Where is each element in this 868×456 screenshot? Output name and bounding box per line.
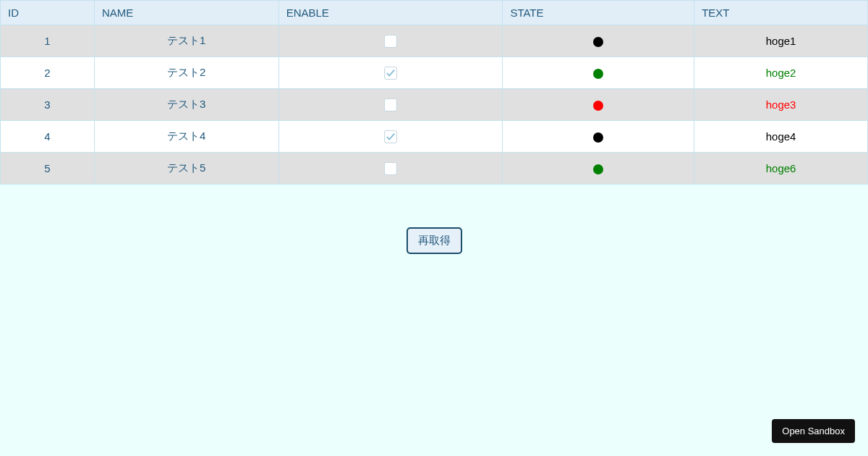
table-row: 5 テスト5 hoge6 (1, 153, 868, 185)
header-state[interactable]: STATE (503, 1, 694, 25)
button-container: 再取得 (0, 228, 868, 253)
table-body: 1 テスト1 hoge1 2 テスト2 hoge2 (1, 25, 868, 185)
state-dot-black-icon (593, 132, 603, 143)
cell-id[interactable]: 4 (1, 121, 95, 153)
cell-name[interactable]: テスト3 (94, 89, 278, 121)
header-text[interactable]: TEXT (694, 1, 868, 25)
cell-enable (278, 89, 503, 121)
checkbox-checked-icon[interactable] (384, 130, 397, 143)
data-table: ID NAME ENABLE STATE TEXT 1 テスト1 hoge1 2… (0, 0, 868, 185)
cell-state (503, 121, 694, 153)
table-row: 2 テスト2 hoge2 (1, 57, 868, 89)
cell-name[interactable]: テスト2 (94, 57, 278, 89)
check-icon (386, 132, 396, 142)
checkbox-unchecked-icon[interactable] (384, 162, 397, 175)
state-dot-red-icon (593, 101, 603, 111)
checkbox-checked-icon[interactable] (384, 67, 397, 80)
state-dot-green-icon (593, 69, 603, 79)
table-row: 3 テスト3 hoge3 (1, 89, 868, 121)
open-sandbox-button[interactable]: Open Sandbox (772, 419, 855, 443)
check-icon (386, 68, 396, 78)
cell-id[interactable]: 3 (1, 89, 95, 121)
table-row: 4 テスト4 hoge4 (1, 121, 868, 153)
cell-state (503, 153, 694, 185)
cell-id[interactable]: 1 (1, 25, 95, 57)
cell-text: hoge6 (694, 153, 868, 185)
checkbox-unchecked-icon[interactable] (384, 98, 397, 111)
header-id[interactable]: ID (1, 1, 95, 25)
checkbox-unchecked-icon[interactable] (384, 35, 397, 48)
cell-enable (278, 57, 503, 89)
cell-enable (278, 121, 503, 153)
cell-text: hoge1 (694, 25, 868, 57)
cell-name[interactable]: テスト1 (94, 25, 278, 57)
cell-text: hoge2 (694, 57, 868, 89)
cell-name[interactable]: テスト4 (94, 121, 278, 153)
cell-state (503, 89, 694, 121)
cell-state (503, 57, 694, 89)
table-row: 1 テスト1 hoge1 (1, 25, 868, 57)
cell-name[interactable]: テスト5 (94, 153, 278, 185)
state-dot-green-icon (593, 164, 603, 174)
header-enable[interactable]: ENABLE (278, 1, 503, 25)
cell-id[interactable]: 2 (1, 57, 95, 89)
cell-enable (278, 153, 503, 185)
state-dot-black-icon (593, 37, 603, 47)
cell-state (503, 25, 694, 57)
cell-text: hoge3 (694, 89, 868, 121)
header-name[interactable]: NAME (94, 1, 278, 25)
cell-text: hoge4 (694, 121, 868, 153)
refresh-button[interactable]: 再取得 (407, 228, 461, 253)
cell-enable (278, 25, 503, 57)
cell-id[interactable]: 5 (1, 153, 95, 185)
